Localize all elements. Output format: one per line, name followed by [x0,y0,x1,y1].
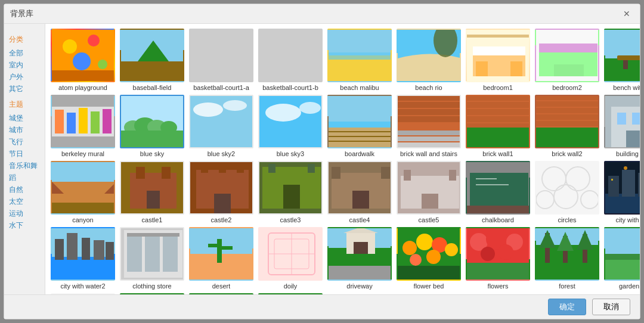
grid-item-berkeley-mural[interactable]: berkeley mural [50,95,116,157]
grid-item-chalkboard[interactable]: chalkboard [465,161,531,223]
svg-rect-128 [622,170,635,197]
grid-item-castle1[interactable]: castle1 [119,161,185,223]
sidebar-item-castle[interactable]: 城堡 [9,112,40,124]
confirm-button[interactable]: 确定 [548,299,586,315]
thumb-wrap-blue-sky2 [189,95,253,148]
sidebar-item-outdoor[interactable]: 户外 [9,71,40,83]
svg-rect-144 [127,236,142,272]
grid-item-city-with-water[interactable]: city with water [603,161,640,223]
grid-item-circles[interactable]: circles [534,161,600,223]
sidebar-item-other[interactable]: 其它 [9,83,40,95]
dialog-title: 背景库 [10,8,33,19]
svg-rect-75 [536,108,598,113]
grid-item-city-with-water2[interactable]: city with water2 [50,227,116,290]
thumb-wrap-basketball-court1-b [258,29,323,82]
grid-item-blue-sky[interactable]: blue sky [119,95,185,157]
thumb-label-beach-rio: beach rio [415,84,442,91]
svg-rect-87 [52,203,114,215]
svg-rect-35 [103,109,112,133]
grid-item-building-at-mit[interactable]: building at mit [603,95,640,157]
grid-item-desert[interactable]: desert [188,227,254,290]
sidebar-item-space[interactable]: 太空 [9,195,40,207]
svg-rect-146 [163,236,178,272]
grid-item-brick-wall1[interactable]: brick wall1 [465,95,531,157]
svg-rect-106 [352,191,369,209]
thumb-wrap-bedroom1 [466,29,530,82]
thumb-wrap-doily [258,227,323,281]
thumb-label-castle2: castle2 [211,216,232,223]
svg-rect-19 [467,35,529,38]
grid-item-bedroom2[interactable]: bedroom2 [534,29,600,91]
thumb-wrap-driveway [327,227,392,281]
thumb-wrap-chalkboard [466,161,530,215]
svg-rect-139 [82,238,90,260]
thumb-wrap-blue-sky [120,95,184,148]
svg-rect-9 [329,29,391,55]
svg-rect-116 [467,206,529,215]
thumb-wrap-garden-rock [604,227,640,281]
grid-item-baseball-field[interactable]: baseball-field [119,29,185,91]
grid-item-basketball-court1-b[interactable]: basketball-court1-b [258,29,323,91]
close-button[interactable]: ✕ [620,8,634,20]
svg-rect-23 [554,64,584,76]
sidebar-item-flying[interactable]: 飞行 [9,136,40,148]
grid-item-beach-rio[interactable]: beach rio [396,29,462,91]
grid-item-bedroom1[interactable]: bedroom1 [465,29,531,91]
background-library-dialog: 背景库 ✕ 分类 全部 室内 户外 其它 主题 城堡 城市 飞行 节日 音乐和舞… [4,4,640,319]
thumb-label-beach-malibu: beach malibu [340,84,379,91]
svg-rect-61 [398,136,460,141]
sidebar-item-indoor[interactable]: 室内 [9,59,40,71]
svg-point-2 [88,35,100,46]
svg-rect-32 [67,113,76,133]
cancel-button[interactable]: 取消 [592,299,630,315]
thumb-wrap-atom-playground [51,29,115,82]
thumb-label-doily: doily [284,282,298,290]
grid-item-driveway[interactable]: driveway [327,227,392,290]
grid-item-doily[interactable]: doily [258,227,323,290]
grid-item-castle5[interactable]: castle5 [396,161,462,223]
grid-item-basketball-court1-a[interactable]: basketball-court1-a [188,29,254,91]
svg-rect-82 [632,113,640,125]
svg-rect-163 [354,242,368,254]
grid-item-atom-playground[interactable]: atom playground [50,29,116,91]
grid-item-clothing-store[interactable]: clothing store [119,227,185,290]
sidebar-item-festival[interactable]: 节日 [9,148,40,160]
svg-rect-108 [381,167,390,179]
grid-item-boardwalk[interactable]: boardwalk [327,95,392,157]
grid-item-castle2[interactable]: castle2 [188,161,254,223]
sidebar-item-nature[interactable]: 自然 [9,184,40,195]
grid-item-forest[interactable]: forest [534,227,600,290]
svg-rect-152 [221,246,233,250]
grid-item-flower-bed[interactable]: flower bed [396,227,462,290]
background-grid-container: atom playground baseball-fieldbasketball… [45,24,640,294]
svg-rect-33 [79,108,88,133]
thumb-label-flowers: flowers [488,282,509,290]
grid-item-garden-rock[interactable]: garden rock [603,227,640,290]
sidebar-item-all[interactable]: 全部 [9,47,40,59]
grid-item-canyon[interactable]: canyon [50,161,116,223]
sidebar-item-underwater[interactable]: 水下 [9,219,40,231]
grid-item-bench-with-view[interactable]: bench with view [603,29,640,91]
grid-item-castle4[interactable]: castle4 [327,161,392,223]
sidebar-item-sports[interactable]: 运动 [9,207,40,219]
grid-item-beach-malibu[interactable]: beach malibu [327,29,392,91]
svg-rect-7 [121,61,183,82]
grid-item-blue-sky2[interactable]: blue sky2 [188,95,254,157]
svg-rect-113 [449,170,456,181]
grid-item-brick-wall-stairs[interactable]: brick wall and stairs [396,95,462,157]
thumb-wrap-castle4 [327,161,392,215]
grid-item-brick-wall2[interactable]: brick wall2 [534,95,600,157]
sidebar-item-city[interactable]: 城市 [9,124,40,136]
thumb-label-brick-wall2: brick wall2 [552,150,582,157]
grid-item-blue-sky3[interactable]: blue sky3 [258,95,323,157]
svg-point-165 [402,241,417,255]
grid-item-flowers[interactable]: flowers [465,227,531,290]
thumb-wrap-forest [535,227,599,281]
thumb-label-brick-wall-stairs: brick wall and stairs [400,150,457,157]
svg-rect-111 [422,194,438,209]
svg-rect-102 [268,164,275,173]
grid-item-castle3[interactable]: castle3 [258,161,323,223]
sidebar-item-music-dance[interactable]: 音乐和舞蹈 [9,160,40,184]
svg-rect-74 [536,101,598,107]
thumb-label-garden-rock: garden rock [619,282,640,290]
